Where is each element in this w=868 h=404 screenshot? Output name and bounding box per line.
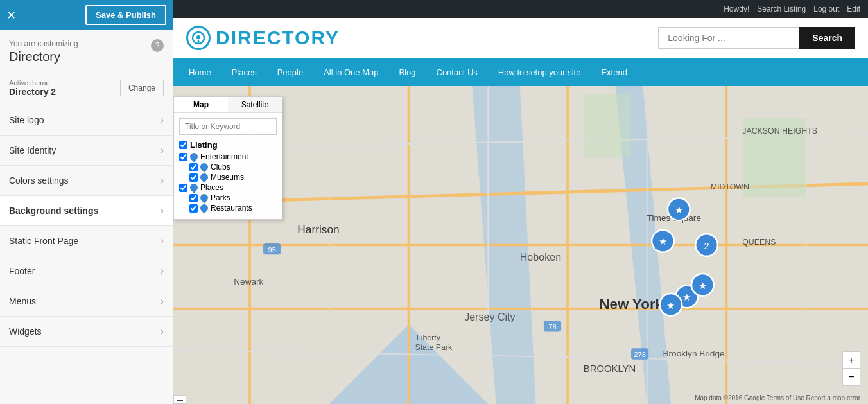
sidebar-item-site-identity[interactable]: Site Identity › [0,136,173,166]
sidebar-item-label: Widgets [9,326,42,337]
chevron-right-icon: › [161,114,164,126]
nav-item-blog[interactable]: Blog [388,58,426,86]
svg-text:MIDTOWN: MIDTOWN [711,182,749,191]
nav-item-extend[interactable]: Extend [591,58,637,86]
svg-text:78: 78 [548,323,556,331]
restaurants-checkbox[interactable] [189,204,198,213]
nav-item-people[interactable]: People [267,58,313,86]
pin-icon [189,182,200,193]
svg-text:Jersey City: Jersey City [464,311,516,322]
sidebar-item-background-settings[interactable]: Background settings › [0,196,173,226]
site-search: Search [658,27,855,49]
save-publish-button[interactable]: Save & Publish [85,5,166,25]
entertainment-checkbox[interactable] [179,153,187,161]
chevron-right-icon: › [161,175,164,186]
map-type-tabs: Map Satellite [174,97,282,113]
admin-bar-howdy[interactable]: Howdy! [724,4,749,13]
sidebar-item-label: Background settings [9,206,98,216]
sidebar-item-label: Static Front Page [9,236,78,246]
search-button[interactable]: Search [799,27,855,49]
site-logo: DIRECTORY [186,26,340,50]
clubs-checkbox[interactable] [189,163,198,171]
sidebar-item-label: Site logo [9,115,44,125]
zoom-in-button[interactable]: + [843,352,860,369]
svg-text:★: ★ [699,281,707,291]
subcategory-label: Parks [211,193,230,202]
category-item-entertainment: Entertainment [179,152,277,161]
sidebar-item-menus[interactable]: Menus › [0,286,173,317]
listing-header: Listing [179,140,277,150]
listing-checkbox[interactable] [179,141,187,149]
sidebar-customizing: ? You are customizing Directory [0,30,173,71]
sidebar-item-static-front-page[interactable]: Static Front Page › [0,226,173,256]
keyword-input[interactable] [179,118,277,135]
map-overlay: Map Satellite Listing Entertainment [173,96,282,220]
nav-item-contact-us[interactable]: Contact Us [426,58,488,86]
pin-icon [199,193,210,204]
sidebar-item-label: Site Identity [9,145,56,155]
map-minimize-button[interactable]: — [173,395,186,404]
admin-bar-search-listing[interactable]: Search Listing [757,4,806,13]
subcategory-label: Restaurants [211,204,252,213]
svg-text:Harrison: Harrison [297,223,339,236]
admin-bar-logout[interactable]: Log out [813,4,839,13]
svg-text:QUEENS: QUEENS [742,238,776,247]
logo-icon [186,26,211,50]
svg-text:★: ★ [666,301,675,311]
subcategory-restaurants: Restaurants [179,204,277,213]
listing-section: Listing Entertainment Clubs Museums [174,140,282,213]
sidebar-item-site-logo[interactable]: Site logo › [0,105,173,136]
pin-icon [199,172,210,183]
search-input[interactable] [658,27,799,49]
nav-item-how-to-setup[interactable]: How to setup your site [488,58,591,86]
active-theme-section: Active theme Directory 2 Change [0,71,173,105]
map-container: Harrison Newark Hoboken Jersey City New … [173,86,868,404]
subcategory-museums: Museums [179,173,277,182]
sidebar-item-colors-settings[interactable]: Colors settings › [0,166,173,196]
help-icon[interactable]: ? [151,39,164,52]
admin-bar: Howdy! Search Listing Log out Edit [173,0,868,18]
sidebar-item-label: Footer [9,266,35,276]
chevron-right-icon: › [161,145,164,156]
map-tab-map[interactable]: Map [174,97,228,112]
active-theme-label: Active theme [9,79,56,87]
parks-checkbox[interactable] [189,194,198,202]
chevron-right-icon: › [161,265,164,277]
svg-text:JACKSON HEIGHTS: JACKSON HEIGHTS [742,127,817,136]
close-button[interactable]: ✕ [6,10,16,21]
svg-text:Hoboken: Hoboken [520,251,561,263]
svg-text:Brooklyn Bridge: Brooklyn Bridge [663,349,725,358]
chevron-right-icon: › [161,235,164,247]
places-checkbox[interactable] [179,184,187,192]
logo-text: DIRECTORY [216,27,340,49]
svg-text:278: 278 [634,351,646,358]
sidebar-item-label: Menus [9,296,36,306]
map-tab-satellite[interactable]: Satellite [228,97,282,112]
site-nav: Home Places People All in One Map Blog C… [173,58,868,86]
sidebar-item-footer[interactable]: Footer › [0,256,173,286]
listing-label: Listing [190,140,218,150]
sidebar-item-label: Colors settings [9,175,69,186]
sidebar-item-widgets[interactable]: Widgets › [0,317,173,347]
chevron-right-icon: › [161,326,164,337]
svg-text:2: 2 [704,241,709,251]
svg-text:★: ★ [675,205,683,215]
subcategory-clubs: Clubs [179,162,277,171]
change-theme-button[interactable]: Change [120,80,164,96]
subcategory-parks: Parks [179,193,277,202]
site-header: DIRECTORY Search [173,18,868,58]
sidebar-menu: Site logo › Site Identity › Colors setti… [0,105,173,347]
nav-item-home[interactable]: Home [178,58,221,86]
zoom-out-button[interactable]: − [843,369,860,385]
admin-bar-edit[interactable]: Edit [847,4,860,13]
chevron-right-icon: › [161,295,164,307]
svg-text:★: ★ [659,237,667,247]
nav-item-places[interactable]: Places [221,58,267,86]
nav-item-all-in-one-map[interactable]: All in One Map [313,58,388,86]
category-item-places: Places [179,183,277,192]
svg-text:New York: New York [600,296,664,312]
subcategory-label: Clubs [211,162,230,171]
museums-checkbox[interactable] [189,173,198,182]
svg-point-1 [196,35,200,39]
category-label: Entertainment [200,152,248,161]
